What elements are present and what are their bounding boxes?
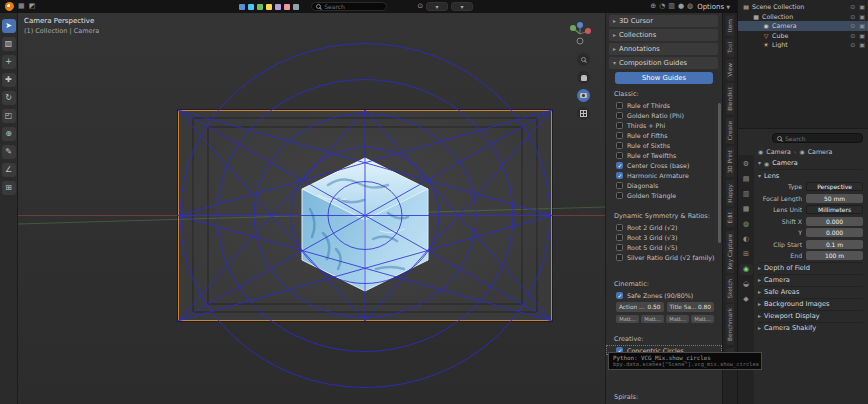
checkbox[interactable] xyxy=(616,142,623,149)
breadcrumb-data[interactable]: Camera xyxy=(808,148,833,155)
panel-section-header[interactable]: Annotations xyxy=(609,43,718,55)
checkbox[interactable] xyxy=(616,182,623,189)
properties-tab[interactable]: ▥ xyxy=(740,189,753,200)
tool-button[interactable]: ▧ xyxy=(2,37,16,51)
outliner-row[interactable]: ▤ Scene Collection ⊙ ▣ xyxy=(738,2,868,12)
blender-logo-icon[interactable] xyxy=(5,2,14,11)
checkbox[interactable] xyxy=(616,254,623,261)
properties-tab[interactable]: ◆ xyxy=(740,294,753,305)
transform-orientation-dropdown[interactable]: ▾ xyxy=(426,2,448,11)
mode-dropdown-icon[interactable]: ◩ xyxy=(29,2,36,11)
xray-icon[interactable]: ▥ xyxy=(668,2,675,11)
sidebar-tab[interactable]: Create xyxy=(726,117,734,144)
sidebar-tab[interactable]: View xyxy=(726,59,734,81)
matte-value-field[interactable]: Matt... xyxy=(616,315,639,323)
guide-checkbox-row[interactable]: Root 3 Grid (√3) xyxy=(606,232,722,242)
eye-icon[interactable]: ⊙ xyxy=(850,13,855,20)
panel-section-header[interactable]: 3D Cursor xyxy=(609,15,718,27)
safe-zone-value-field[interactable]: Action ... 0.50 xyxy=(616,302,664,312)
mini-editor-icon[interactable] xyxy=(284,4,290,10)
guide-checkbox-row[interactable]: Rule of Fifths xyxy=(606,130,722,140)
eye-icon[interactable]: ⊙ xyxy=(850,3,855,10)
guide-checkbox-row[interactable]: Center Cross (base) xyxy=(606,160,722,170)
pan-button[interactable] xyxy=(577,71,590,84)
collapsed-section-header[interactable]: Background Images xyxy=(758,298,863,310)
navigation-gizmo[interactable] xyxy=(567,21,593,47)
matte-value-field[interactable]: Matt... xyxy=(641,315,664,323)
shading-solid-icon[interactable]: ● xyxy=(678,2,684,11)
mini-editor-icon[interactable] xyxy=(266,4,272,10)
render-visibility-icon[interactable]: ▣ xyxy=(859,13,865,20)
properties-search[interactable] xyxy=(772,133,863,143)
lens-section-header[interactable]: Lens xyxy=(758,169,863,181)
camera-view-button[interactable] xyxy=(577,89,590,102)
collapsed-section-header[interactable]: Safe Areas xyxy=(758,286,863,298)
properties-tab[interactable]: ◍ xyxy=(740,219,753,230)
tool-button[interactable]: ✎ xyxy=(2,145,16,159)
collapsed-section-header[interactable]: Camera xyxy=(758,274,863,286)
tool-button[interactable]: ✚ xyxy=(2,73,16,87)
sidebar-tab[interactable]: Benchmark xyxy=(726,304,734,345)
outliner-row[interactable]: ☀ Light ⊙ ▣ xyxy=(738,40,868,50)
property-value-field[interactable]: 0.000 xyxy=(806,228,863,237)
mini-editor-icon[interactable] xyxy=(257,4,263,10)
checkbox[interactable] xyxy=(616,102,623,109)
guide-checkbox-row[interactable]: Golden Triangle xyxy=(606,190,722,200)
composition-guides-header[interactable]: Composition Guides xyxy=(609,57,718,69)
panel-section-header[interactable]: Collections xyxy=(609,29,718,41)
mini-editor-icon[interactable] xyxy=(248,4,254,10)
collapsed-section-header[interactable]: Depth of Field xyxy=(758,262,863,274)
mini-editor-icon[interactable] xyxy=(293,4,299,10)
sidebar-tab[interactable]: Tool xyxy=(726,38,734,57)
properties-tab[interactable]: ▦ xyxy=(740,204,753,215)
sidebar-tab[interactable]: Item xyxy=(726,15,734,36)
guide-checkbox-row[interactable]: Silver Ratio Grid (√2 family) xyxy=(606,252,722,262)
sidebar-tab[interactable]: Key Capture xyxy=(726,230,734,273)
property-value-field[interactable]: 0.1 m xyxy=(806,240,863,249)
guide-checkbox-row[interactable]: Safe Zones (90/80%) xyxy=(606,290,722,300)
tool-button[interactable]: + xyxy=(2,55,16,69)
guide-checkbox-row[interactable]: Harmonic Armature xyxy=(606,170,722,180)
outliner-row[interactable]: ▦ Collection ⊙ ▣ xyxy=(738,12,868,22)
breadcrumb-object[interactable]: Camera xyxy=(766,148,791,155)
options-dropdown[interactable]: Options ▼ xyxy=(697,3,732,11)
guide-checkbox-row[interactable]: Golden Ratio (Phi) xyxy=(606,110,722,120)
property-value-field[interactable]: 100 m xyxy=(806,251,863,260)
checkbox[interactable] xyxy=(616,112,623,119)
collapsed-section-header[interactable]: Viewport Display xyxy=(758,310,863,322)
matte-value-field[interactable]: Matt... xyxy=(691,315,714,323)
tool-button[interactable]: ∠ xyxy=(2,163,16,177)
mini-editor-icon[interactable] xyxy=(239,4,245,10)
checkbox[interactable] xyxy=(616,292,623,299)
guide-checkbox-row[interactable]: Rule of Sixths xyxy=(606,140,722,150)
3d-viewport[interactable]: Camera Perspective (1) Collection | Came… xyxy=(18,13,605,404)
tool-button[interactable]: ⊕ xyxy=(2,127,16,141)
sidebar-tab[interactable]: 3D Print xyxy=(726,146,734,177)
guide-checkbox-row[interactable]: Root 5 Grid (√5) xyxy=(606,242,722,252)
property-value-field[interactable]: Millimeters xyxy=(806,205,863,214)
sidebar-tab[interactable]: Sketch xyxy=(726,275,734,303)
property-value-field[interactable]: Perspective xyxy=(806,182,863,191)
properties-tab[interactable]: ⚙ xyxy=(740,159,753,170)
pivot-point-dropdown[interactable]: ▾ xyxy=(451,2,473,11)
guide-checkbox-row[interactable]: Rule of Twelfths xyxy=(606,150,722,160)
viewport-search[interactable] xyxy=(311,2,387,11)
show-guides-button[interactable]: Show Guides xyxy=(615,72,713,84)
eye-icon[interactable]: ⊙ xyxy=(850,22,855,29)
mini-editor-icon[interactable] xyxy=(275,4,281,10)
checkbox[interactable] xyxy=(616,234,623,241)
tool-button[interactable]: ↻ xyxy=(2,91,16,105)
camera-datablock-row[interactable]: ◉ Camera xyxy=(758,157,863,169)
tool-button[interactable]: ⊞ xyxy=(2,181,16,195)
sidebar-tab[interactable]: Edit xyxy=(726,208,734,227)
render-visibility-icon[interactable]: ▣ xyxy=(859,41,865,48)
checkbox[interactable] xyxy=(616,244,623,251)
guide-checkbox-row[interactable]: Thirds + Phi xyxy=(606,120,722,130)
guide-checkbox-row[interactable]: Diagonals xyxy=(606,180,722,190)
guide-checkbox-row[interactable]: Root 2 Grid (√2) xyxy=(606,222,722,232)
outliner-row[interactable]: ◉ Camera ⊙ ▣ xyxy=(738,21,868,31)
shading-rendered-icon[interactable]: ◍ xyxy=(687,2,693,11)
checkbox[interactable] xyxy=(616,172,623,179)
guide-checkbox-row[interactable]: Rule of Thirds xyxy=(606,100,722,110)
scrollbar[interactable] xyxy=(718,103,721,243)
